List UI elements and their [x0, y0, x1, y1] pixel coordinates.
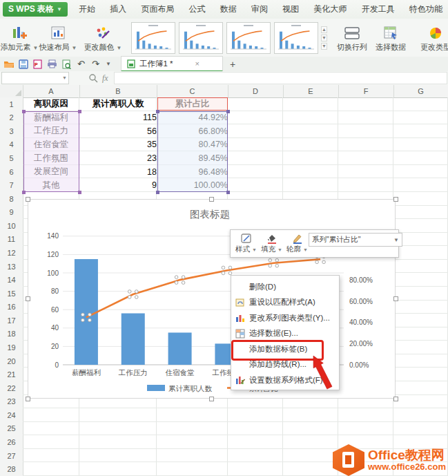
save-icon[interactable]: [17, 59, 29, 70]
select-all-corner[interactable]: [0, 85, 23, 98]
chart-style-thumb-4[interactable]: [274, 22, 318, 54]
chart-handle[interactable]: [393, 296, 398, 301]
row-header-3[interactable]: 3: [0, 124, 23, 139]
row-header-14[interactable]: 14: [0, 273, 23, 287]
menu-tab-2[interactable]: 插入: [106, 1, 130, 18]
undo-icon[interactable]: ↶: [75, 59, 87, 70]
menu-tab-5[interactable]: 数据: [216, 1, 241, 18]
open-file-icon[interactable]: [3, 59, 14, 70]
chart-handle[interactable]: [209, 397, 214, 401]
column-header-B[interactable]: B: [79, 85, 157, 97]
row-header-19[interactable]: 19: [0, 341, 23, 355]
column-header-G[interactable]: G: [393, 85, 448, 97]
row-header-23[interactable]: 23: [0, 395, 23, 410]
sheet-tab-workbook1[interactable]: 工作簿1 * ×: [121, 56, 223, 72]
cell-B6[interactable]: 18: [79, 165, 160, 179]
print-icon[interactable]: [46, 59, 58, 70]
chart-style-thumb-2[interactable]: [179, 22, 223, 54]
gallery-down-icon[interactable]: ▼: [321, 35, 327, 41]
row-header-8[interactable]: 8: [0, 192, 23, 207]
series-selector-dropdown[interactable]: 系列"累计占比" ▼: [309, 233, 402, 247]
search-icon[interactable]: [88, 73, 98, 83]
cell-B4[interactable]: 35: [79, 138, 160, 152]
row-header-24[interactable]: 24: [0, 408, 23, 423]
gallery-scrollbar[interactable]: ▲ ▼ ▼: [321, 19, 327, 57]
row-header-10[interactable]: 10: [0, 219, 23, 234]
formula-input[interactable]: [114, 72, 447, 84]
column-header-F[interactable]: F: [338, 85, 394, 97]
row-header-15[interactable]: 15: [0, 287, 23, 301]
namebox-caret-icon[interactable]: ▼: [62, 75, 67, 80]
cell-A1[interactable]: 离职原因: [23, 97, 79, 111]
menu-tab-4[interactable]: 公式: [185, 1, 210, 18]
quick-layout-button[interactable]: 快速布局 ▼: [39, 23, 77, 53]
menu-tab-3[interactable]: 页面布局: [137, 1, 178, 18]
row-header-1[interactable]: 1: [0, 97, 23, 112]
chart-handle[interactable]: [393, 197, 398, 202]
menu-tab-6[interactable]: 审阅: [247, 1, 272, 18]
context-menu-item-2[interactable]: 重设以匹配样式(A): [231, 295, 339, 311]
chart-style-thumb-1[interactable]: [131, 22, 175, 54]
menu-tab-7[interactable]: 视图: [278, 1, 303, 18]
change-type-button[interactable]: 更改类型: [416, 23, 448, 53]
row-header-16[interactable]: 16: [0, 301, 23, 315]
chart-handle[interactable]: [393, 397, 398, 401]
close-tab-icon[interactable]: ×: [195, 59, 199, 68]
wps-logo-button[interactable]: S WPS 表格 ▼: [3, 2, 68, 17]
quick-access-more-icon[interactable]: ▼: [106, 61, 111, 67]
switch-row-col-button[interactable]: 切换行列: [333, 23, 371, 53]
row-header-2[interactable]: 2: [0, 111, 23, 126]
chart-handle[interactable]: [26, 197, 30, 202]
column-header-A[interactable]: A: [23, 85, 80, 97]
row-header-11[interactable]: 11: [0, 233, 23, 247]
add-element-button[interactable]: 添加元素 ▼: [0, 23, 39, 53]
row-header-20[interactable]: 20: [0, 354, 23, 369]
row-header-4[interactable]: 4: [0, 138, 23, 153]
cell-B2[interactable]: 115: [79, 111, 160, 125]
row-header-27[interactable]: 27: [0, 449, 23, 464]
chart-handle[interactable]: [26, 397, 30, 401]
column-header-D[interactable]: D: [228, 85, 284, 97]
context-menu-item-1[interactable]: 删除(D): [231, 279, 339, 295]
context-menu-item-4[interactable]: 选择数据(E)...: [231, 326, 339, 342]
context-menu-item-3[interactable]: 更改系列图表类型(Y)...: [231, 310, 339, 326]
chart-handle[interactable]: [209, 197, 214, 202]
row-header-7[interactable]: 7: [0, 178, 23, 193]
row-header-28[interactable]: 28: [0, 462, 23, 476]
row-header-12[interactable]: 12: [0, 246, 23, 260]
menu-tab-9[interactable]: 开发工具: [358, 1, 399, 18]
row-header-17[interactable]: 17: [0, 314, 23, 328]
gallery-up-icon[interactable]: ▲: [321, 26, 327, 33]
style-button[interactable]: 样式 ▼: [233, 231, 259, 256]
row-header-18[interactable]: 18: [0, 327, 23, 342]
fill-button[interactable]: 填充 ▼: [259, 231, 284, 256]
new-tab-button[interactable]: +: [230, 59, 235, 70]
row-header-26[interactable]: 26: [0, 435, 23, 450]
gallery-more-icon[interactable]: ▼: [321, 43, 327, 50]
menu-tab-1[interactable]: 开始: [75, 1, 99, 18]
cell-B1[interactable]: 累计离职人数: [79, 97, 157, 111]
row-header-9[interactable]: 9: [0, 206, 23, 220]
row-header-6[interactable]: 6: [0, 165, 23, 180]
name-box[interactable]: ▼: [1, 72, 69, 84]
cell-B3[interactable]: 56: [79, 124, 160, 138]
menu-tab-8[interactable]: 美化大师: [309, 1, 351, 18]
chart-style-thumb-3[interactable]: [226, 22, 271, 54]
row-header-22[interactable]: 22: [0, 381, 23, 396]
chart-handle[interactable]: [26, 296, 30, 301]
column-header-C[interactable]: C: [157, 85, 228, 97]
row-header-21[interactable]: 21: [0, 368, 23, 382]
cell-B7[interactable]: 9: [79, 178, 160, 192]
column-header-E[interactable]: E: [283, 85, 339, 97]
change-colors-button[interactable]: 更改颜色 ▼: [84, 23, 122, 53]
redo-icon[interactable]: ↷: [90, 59, 101, 70]
row-header-13[interactable]: 13: [0, 260, 23, 274]
select-data-button[interactable]: 选择数据: [371, 23, 410, 53]
cell-B5[interactable]: 23: [79, 151, 160, 165]
outline-button[interactable]: 轮廓 ▼: [284, 231, 310, 256]
print-preview-icon[interactable]: [61, 59, 72, 70]
export-pdf-icon[interactable]: P: [32, 59, 43, 70]
menu-tab-10[interactable]: 特色功能: [405, 1, 447, 18]
row-header-5[interactable]: 5: [0, 151, 23, 166]
row-header-25[interactable]: 25: [0, 422, 23, 437]
